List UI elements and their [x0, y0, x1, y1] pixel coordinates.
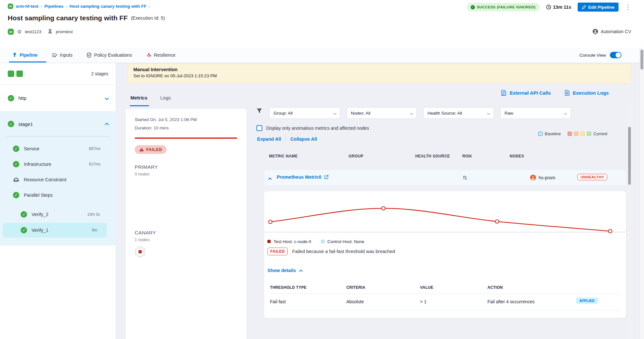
- expand-collapse-row: Expand All Collapse All: [257, 136, 317, 142]
- value-value: > 1: [420, 299, 427, 304]
- control-host-label: Control Host: None: [327, 239, 364, 244]
- user-name: Automation CV: [601, 29, 631, 34]
- title-row: Host sampling canary testing with FF (Ex…: [8, 14, 165, 23]
- chevron-down-icon: [410, 111, 413, 115]
- panel-scrollbar-track[interactable]: [628, 104, 631, 339]
- page-header: ∞ srm-hf-test › Pipelines › Host samplin…: [0, 0, 644, 48]
- warning-triangle-icon: [139, 147, 144, 152]
- breadcrumb-separator: ›: [66, 4, 67, 9]
- execution-stages-sidebar: 2 stages ✓http ✓stage1 ✓Service 857ms ✓I…: [0, 63, 116, 339]
- api-document-icon: API: [501, 90, 506, 96]
- tab-logs[interactable]: Logs: [160, 95, 171, 100]
- edit-pipeline-button[interactable]: Edit Pipeline: [578, 3, 619, 12]
- metric-name-link[interactable]: Prometheus Metric0: [277, 174, 329, 180]
- pencil-icon: [582, 5, 586, 9]
- resource-constraint-icon: [13, 177, 19, 183]
- filter-funnel-icon[interactable]: [256, 108, 262, 114]
- metric-line-chart: [264, 191, 626, 236]
- data-mode-dropdown[interactable]: Raw: [500, 107, 571, 119]
- test-host-swatch: [267, 240, 271, 243]
- execution-logs-link[interactable]: Execution Logs: [565, 89, 609, 97]
- window-scrollbar-thumb[interactable]: [640, 50, 643, 70]
- resilience-icon: [146, 52, 151, 58]
- success-check-icon: ✓: [13, 146, 19, 152]
- sidebar-stage-http[interactable]: ✓http: [0, 85, 116, 112]
- show-details-toggle[interactable]: Show details: [267, 267, 302, 274]
- data-point[interactable]: [382, 207, 385, 210]
- success-check-icon: ✓: [13, 192, 19, 198]
- window-scrollbar-track[interactable]: [639, 48, 644, 339]
- tab-metrics[interactable]: Metrics: [130, 95, 148, 100]
- anomalous-filter-row: Display only anomalous metrics and affec…: [256, 125, 369, 131]
- test-host-series-line: [270, 208, 610, 231]
- canary-label: CANARY: [135, 230, 237, 236]
- progress-bar-failed: [135, 137, 237, 139]
- metric-row[interactable]: Prometheus Metric0 f1 hs-prom UNHEALTHY …: [264, 170, 626, 185]
- chart-series-legend: Test Host: c-node-0 Control Host: None: [267, 239, 364, 244]
- tab-policy-evaluations[interactable]: Policy Evaluations: [87, 52, 132, 58]
- sidebar-step-service[interactable]: ✓Service 857ms: [13, 141, 110, 156]
- tab-pipeline[interactable]: Pipeline: [12, 52, 38, 58]
- sidebar-step-infrastructure[interactable]: ✓Infrastructure 617ms: [13, 156, 110, 172]
- action-value: Fail after 4 occurrences: [487, 299, 534, 304]
- anomalous-checkbox[interactable]: [256, 125, 262, 131]
- gear-icon: ⚙: [17, 29, 22, 35]
- baseline-legend-swatch: [538, 132, 543, 136]
- column-threshold-type: THRESHOLD TYPE: [270, 285, 307, 290]
- breadcrumb: ∞ srm-hf-test › Pipelines › Host samplin…: [8, 3, 152, 9]
- sidebar-step-resource-constraint[interactable]: Resource Constraint: [13, 172, 110, 187]
- sidebar-step-verify1-selected[interactable]: ✓Verify_1 9m: [3, 223, 107, 238]
- nodes-filter-dropdown[interactable]: Nodes: All: [347, 107, 417, 119]
- column-nodes: NODES: [510, 154, 524, 158]
- success-check-icon: ✓: [21, 211, 27, 218]
- clock-icon: [546, 5, 551, 10]
- collapse-all-link[interactable]: Collapse All: [290, 137, 317, 142]
- metric-health-source: hs-prom: [530, 174, 555, 181]
- prometheus-icon: [530, 174, 536, 181]
- expand-all-link[interactable]: Expand All: [257, 137, 281, 142]
- data-point[interactable]: [609, 230, 612, 233]
- chevron-up-icon[interactable]: [105, 123, 109, 127]
- svg-text:API: API: [502, 93, 505, 95]
- baseline-legend-label: Baseline: [545, 131, 561, 136]
- current-orange-swatch: [574, 132, 578, 136]
- collapse-metric-chevron-icon[interactable]: [268, 177, 272, 181]
- data-point[interactable]: [269, 220, 272, 224]
- breadcrumb-pipelines[interactable]: Pipelines: [44, 4, 63, 9]
- artifact-name: promtest: [56, 29, 73, 34]
- console-view-label: Console View: [580, 53, 606, 58]
- primary-node-count: 0 nodes: [135, 172, 237, 176]
- active-detail-tab-underline: [130, 105, 149, 106]
- tab-resilience[interactable]: Resilience: [146, 52, 176, 58]
- column-health-source: HEALTH SOURCE: [415, 154, 450, 158]
- banner-message: Set to IGNORE on 05-Jul-2023 1:15:23 PM: [133, 73, 625, 78]
- harness-logo-icon: ∞: [8, 4, 13, 9]
- success-check-icon: ✓: [471, 5, 475, 9]
- more-options-menu[interactable]: ⋮: [625, 6, 631, 9]
- column-action: ACTION: [487, 285, 503, 290]
- data-point[interactable]: [495, 220, 499, 223]
- chevron-down-icon[interactable]: [105, 96, 109, 100]
- duration: Duration: 10 mins: [135, 126, 237, 130]
- canary-node-hexagon[interactable]: [135, 246, 146, 258]
- panel-scrollbar-thumb[interactable]: [628, 127, 631, 185]
- analysis-status-badge: FAILED: [267, 248, 288, 255]
- sidebar-step-parallel-steps[interactable]: ✓Parallel Steps: [13, 187, 110, 203]
- sidebar-step-verify2[interactable]: ✓Verify_2 13m 3s: [21, 207, 110, 222]
- tab-inputs[interactable]: Inputs: [52, 52, 73, 58]
- column-risk: RISK: [462, 154, 472, 158]
- artifact-icon: [48, 29, 53, 34]
- external-api-calls-link[interactable]: API External API Calls: [501, 89, 551, 97]
- step-duration: 9m: [92, 228, 97, 232]
- breadcrumb-pipeline-name[interactable]: Host sampling canary testing with FF: [69, 4, 146, 9]
- step-duration: 617ms: [89, 162, 101, 166]
- health-source-filter-dropdown[interactable]: Health Source: All: [423, 107, 494, 119]
- chevron-down-icon: [564, 111, 567, 115]
- sidebar-stage-stage1[interactable]: ✓stage1: [0, 112, 116, 136]
- test-host-label: Test Host: c-node-0: [274, 239, 311, 244]
- console-view-toggle[interactable]: [610, 52, 621, 58]
- canary-node-count: 1 nodes: [135, 237, 237, 242]
- group-filter-dropdown[interactable]: Group: All: [269, 107, 340, 119]
- breadcrumb-project[interactable]: srm-hf-test: [16, 4, 39, 9]
- inputs-icon: [52, 53, 57, 58]
